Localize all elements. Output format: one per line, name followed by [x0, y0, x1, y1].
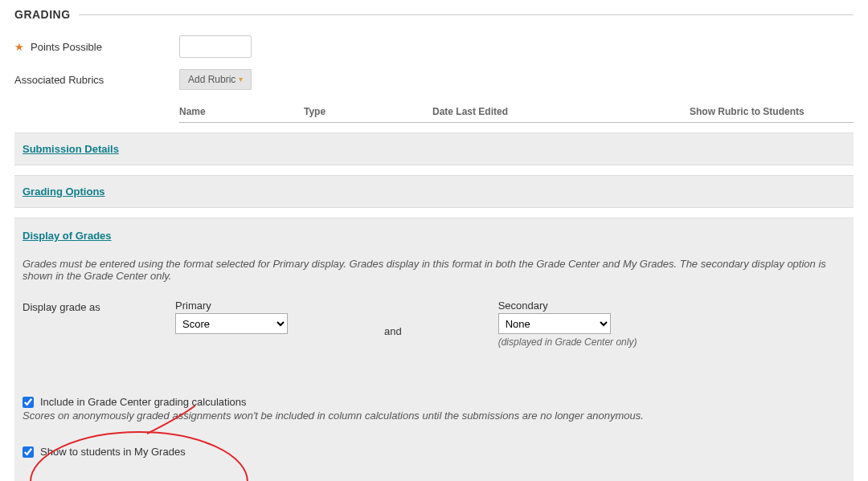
- section-header: GRADING: [14, 8, 854, 21]
- rubric-header-date: Date Last Edited: [432, 106, 690, 117]
- secondary-note: (displayed in Grade Center only): [498, 336, 637, 348]
- submission-details-section: Submission Details: [14, 132, 854, 165]
- secondary-label: Secondary: [498, 300, 637, 312]
- include-calc-label: Include in Grade Center grading calculat…: [40, 396, 247, 408]
- display-grade-label: Display grade as: [23, 300, 175, 313]
- points-possible-label: Points Possible: [31, 41, 102, 53]
- associated-rubrics-label: Associated Rubrics: [14, 74, 104, 86]
- rubric-table-headers: Name Type Date Last Edited Show Rubric t…: [179, 101, 854, 123]
- chevron-down-icon: ▾: [239, 75, 243, 84]
- show-students-label: Show to students in My Grades: [40, 446, 186, 458]
- required-star-icon: ★: [14, 42, 24, 52]
- points-possible-input[interactable]: [179, 35, 252, 58]
- add-rubric-button[interactable]: Add Rubric ▾: [179, 69, 252, 90]
- secondary-select[interactable]: None: [498, 313, 611, 334]
- show-students-row: Show to students in My Grades: [23, 446, 845, 458]
- secondary-col: Secondary None (displayed in Grade Cente…: [498, 300, 637, 348]
- section-title: GRADING: [14, 8, 71, 21]
- submission-details-link[interactable]: Submission Details: [23, 143, 119, 155]
- divider: [79, 14, 854, 15]
- and-text: and: [384, 325, 402, 337]
- add-rubric-button-label: Add Rubric: [188, 74, 235, 85]
- primary-select[interactable]: Score: [175, 313, 288, 334]
- show-students-checkbox[interactable]: [23, 446, 34, 458]
- display-grade-row: Display grade as Primary Score and Secon…: [23, 300, 845, 348]
- grading-options-link[interactable]: Grading Options: [23, 185, 105, 198]
- primary-col: Primary Score: [175, 300, 288, 334]
- display-help-text: Grades must be entered using the format …: [23, 258, 845, 282]
- associated-rubrics-label-col: Associated Rubrics: [14, 74, 179, 86]
- grading-options-section: Grading Options: [14, 175, 854, 208]
- include-calc-checkbox[interactable]: [23, 397, 34, 408]
- primary-label: Primary: [175, 300, 288, 312]
- associated-rubrics-row: Associated Rubrics Add Rubric ▾: [14, 69, 854, 90]
- include-calc-note: Scores on anonymously graded assignments…: [23, 410, 845, 422]
- rubric-header-type: Type: [304, 106, 432, 117]
- display-of-grades-section: Display of Grades Grades must be entered…: [14, 218, 854, 481]
- points-possible-row: ★ Points Possible: [14, 35, 854, 58]
- display-of-grades-link[interactable]: Display of Grades: [23, 230, 112, 242]
- points-possible-label-col: ★ Points Possible: [14, 41, 179, 53]
- include-calc-row: Include in Grade Center grading calculat…: [23, 396, 845, 408]
- rubric-header-name: Name: [179, 106, 304, 117]
- rubric-header-show: Show Rubric to Students: [690, 106, 854, 117]
